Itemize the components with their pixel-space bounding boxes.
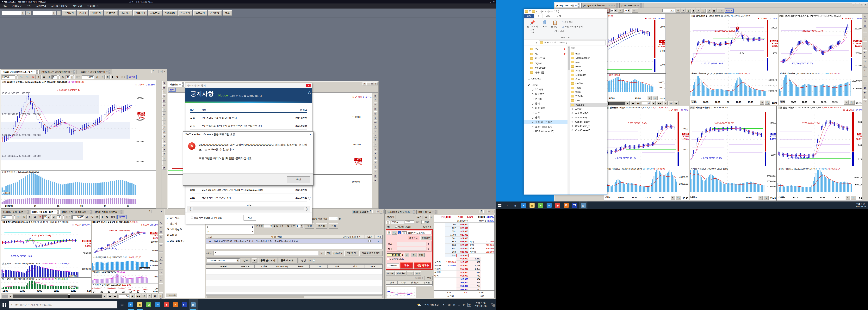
- taskbar-app-mail[interactable]: ✉: [545, 202, 553, 209]
- radio-분[interactable]: ○ 분: [291, 224, 295, 227]
- close-icon[interactable]: x: [306, 84, 311, 87]
- chart-tool-icon[interactable]: ▲: [162, 143, 166, 147]
- nav-item-3D 개체[interactable]: ▢3D 개체: [524, 87, 567, 92]
- market-buy-button[interactable]: 시장가매수: [414, 262, 431, 269]
- paste-shortcut-button[interactable]: 🗔바로 가기 붙여넣기: [562, 25, 583, 28]
- chart-tool-icon[interactable]: T: [863, 73, 867, 76]
- tab-corpinfo[interactable]: 기업정보⚯X: [168, 82, 185, 87]
- start-button[interactable]: [496, 202, 504, 209]
- radio-월[interactable]: ○ 월: [285, 224, 289, 227]
- chart-tool-icon[interactable]: ↑: [159, 288, 163, 292]
- chart-tool-icon[interactable]: ▥: [159, 235, 163, 238]
- taskbar-app-edge[interactable]: e: [519, 202, 528, 209]
- period-day-button[interactable]: 일: [31, 75, 35, 79]
- chart-tool-icon[interactable]: ↑: [162, 157, 166, 161]
- bid-price[interactable]: 913,000: [457, 274, 469, 278]
- tick-n-combo[interactable]: 10▼: [66, 75, 74, 79]
- ask-price[interactable]: 928,000: [457, 223, 469, 226]
- scroll-down-icon[interactable]: ∨: [308, 195, 311, 205]
- zoom-icon[interactable]: 🔍: [850, 196, 856, 200]
- pin-to-quickaccess[interactable]: 📌 즐겨찾기에 고정고정: [526, 20, 538, 34]
- nav-item-사진[interactable]: 사진📌: [524, 52, 567, 56]
- nav-item-음악[interactable]: ▢음악: [524, 115, 567, 120]
- nav-item-workgroup[interactable]: workgroup: [524, 65, 567, 70]
- file-item-AutoModifyC[interactable]: ⚙AutoModifyC: [570, 116, 607, 120]
- chart-tool-icon[interactable]: I: [374, 125, 377, 129]
- close-icon[interactable]: x: [163, 70, 166, 73]
- delete-condition[interactable]: X: [375, 239, 382, 243]
- nav-item-거래대금[interactable]: 거래대금: [524, 70, 567, 75]
- ask-price[interactable]: 926,000: [457, 230, 469, 233]
- zoom-icon[interactable]: 🔍: [849, 100, 855, 104]
- ask-price[interactable]: 924,000: [457, 237, 469, 240]
- help-icon[interactable]: ?: [363, 82, 366, 86]
- chart-tool-icon[interactable]: ▣: [374, 174, 377, 178]
- network-icon[interactable]: 🖵: [458, 303, 460, 306]
- chart-tool-icon[interactable]: ▥: [374, 112, 377, 115]
- chart-tool-icon[interactable]: ☺: [863, 95, 867, 99]
- bid-price[interactable]: 912,000: [457, 278, 469, 281]
- cut-button[interactable]: ✂잘라내기: [553, 30, 564, 33]
- nav-item-20210731[interactable]: 20210731: [524, 56, 567, 61]
- ask-price[interactable]: 921,000: [457, 247, 469, 250]
- maximize-icon[interactable]: □: [490, 1, 491, 3]
- chart-tool-icon[interactable]: ▤: [863, 19, 867, 23]
- nav-item-USB 드라이브 (E:)[interactable]: ▭USB 드라이브 (E:): [524, 129, 567, 134]
- chart-tool-icon[interactable]: ↨: [159, 252, 163, 256]
- file-item-DataManager[interactable]: DataManager: [570, 56, 607, 60]
- nav-item-다운로드[interactable]: ▢다운로드: [524, 92, 567, 96]
- menu-item-시세/분석[interactable]: 시세/분석: [36, 4, 46, 8]
- chart-tool-icon[interactable]: ▤: [162, 99, 166, 103]
- upload-button-fragment[interactable]: 로드: [168, 88, 176, 92]
- sidebar-item-캔들패턴[interactable]: 캔들패턴: [165, 232, 205, 238]
- quick-button-전략실행[interactable]: 전략실행: [62, 10, 76, 16]
- chart-tool-icon[interactable]: ↑: [863, 77, 867, 81]
- chart-tool-icon[interactable]: ↕: [162, 108, 166, 112]
- chart-tool-icon[interactable]: ▥: [863, 24, 867, 28]
- search-icon[interactable]: 🔍: [26, 11, 31, 15]
- h-scrollbar[interactable]: [206, 296, 383, 298]
- settings-button[interactable]: 설정: [299, 258, 308, 263]
- chart-tool-icon[interactable]: —: [863, 33, 867, 36]
- add-icon[interactable]: +: [57, 11, 61, 15]
- chart-tool-icon[interactable]: ↖: [162, 90, 166, 94]
- sidebar-item-사용자 검색조건[interactable]: 사용자 검색조건: [165, 238, 205, 244]
- forward-icon[interactable]: →: [529, 41, 531, 44]
- ribbon-tab-공유[interactable]: 공유: [543, 14, 553, 19]
- scroll-up-icon[interactable]: ∧: [308, 89, 311, 98]
- chart-tool-icon[interactable]: ↓: [863, 82, 867, 86]
- notice-row[interactable]: 3287금융투자회사 민원건수 게시2021/07/28: [190, 194, 307, 202]
- chart-tool-icon[interactable]: A: [162, 130, 166, 134]
- zoom-icon[interactable]: 🔍: [763, 196, 769, 200]
- chart-style-icon[interactable]: ▥: [105, 75, 110, 79]
- tab-[3201] 종목검색[interactable]: [3201] 종목검색⚯X: [620, 3, 644, 7]
- chart-tool-icon[interactable]: ◉: [374, 178, 377, 182]
- chart-tool-icon[interactable]: %: [159, 225, 163, 229]
- quick-button-프로그램[interactable]: 프로그램: [193, 10, 207, 16]
- radio-일[interactable]: ◉ 일: [274, 224, 278, 227]
- chart-tool-icon[interactable]: ≡: [374, 143, 377, 147]
- chart-tool-icon[interactable]: ∿: [162, 139, 166, 143]
- draw-icon[interactable]: ✎: [845, 196, 850, 200]
- expression-input[interactable]: A: [214, 251, 318, 255]
- 초기화-button[interactable]: 초기화: [316, 223, 328, 228]
- chart-tool-icon[interactable]: T: [374, 160, 377, 164]
- file-item-RTICK[interactable]: RTICK: [570, 69, 607, 73]
- cursor-icon[interactable]: ↖: [100, 75, 104, 79]
- weather-widget[interactable]: ⛅27°C 대체로 흐림: [414, 303, 441, 307]
- search-input[interactable]: [14, 303, 115, 306]
- taskbar-app-mail[interactable]: ✉: [153, 299, 162, 310]
- chart-tool-icon[interactable]: ↑: [374, 165, 377, 169]
- chart-tool-icon[interactable]: ∿: [863, 59, 867, 63]
- taskbar-app-store[interactable]: ⊞: [144, 299, 153, 310]
- zoom-icon[interactable]: 🔍: [765, 100, 770, 104]
- nav-item-onedrive[interactable]: ☁OneDrive: [524, 76, 567, 81]
- chart-tool-icon[interactable]: ↨: [162, 121, 166, 125]
- chart-tool-icon[interactable]: ╱: [162, 126, 166, 129]
- tab-[4101] 투자주체 매매종합[interactable]: [4101] 투자주체 매매종합⚯X: [61, 210, 93, 214]
- password-field[interactable]: ****: [405, 220, 414, 224]
- news-button[interactable]: 뉴스: [416, 215, 423, 219]
- volume-icon[interactable]: ▮: [111, 75, 114, 79]
- draw-icon[interactable]: ✎: [758, 196, 763, 200]
- chart-tool-icon[interactable]: ↕: [863, 28, 867, 32]
